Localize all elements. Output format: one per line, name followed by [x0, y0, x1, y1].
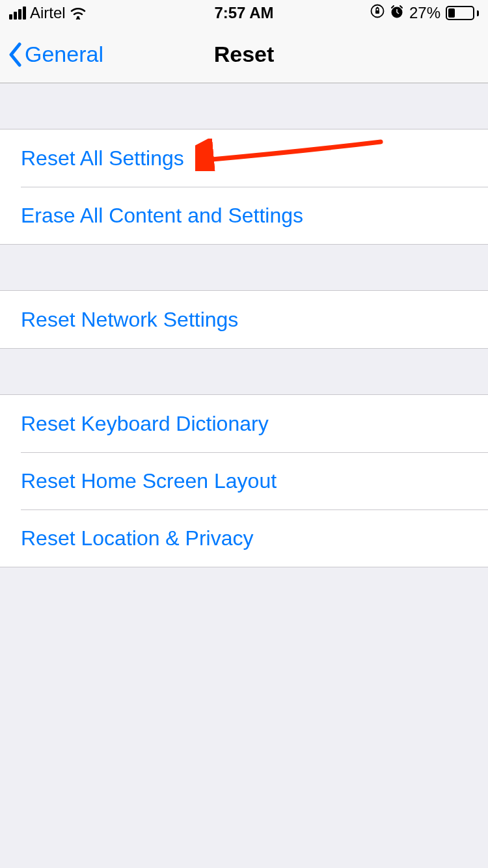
row-label: Reset Home Screen Layout — [21, 469, 277, 493]
reset-group-3: Reset Keyboard Dictionary Reset Home Scr… — [0, 394, 488, 567]
reset-keyboard-dictionary-row[interactable]: Reset Keyboard Dictionary — [0, 395, 488, 452]
reset-group-2: Reset Network Settings — [0, 290, 488, 349]
reset-all-settings-row[interactable]: Reset All Settings — [0, 129, 488, 187]
wifi-icon — [70, 7, 87, 20]
back-button[interactable]: General — [8, 42, 103, 67]
chevron-left-icon — [8, 42, 22, 67]
section-spacer — [0, 245, 488, 290]
reset-network-settings-row[interactable]: Reset Network Settings — [0, 291, 488, 348]
alarm-icon — [390, 5, 404, 22]
orientation-lock-icon — [370, 4, 385, 22]
svg-rect-2 — [375, 10, 379, 14]
status-bar: Airtel 7:57 AM 27 — [0, 0, 488, 26]
svg-line-6 — [392, 6, 394, 8]
section-spacer — [0, 83, 488, 129]
row-label: Reset Network Settings — [21, 308, 238, 332]
back-label: General — [25, 42, 103, 67]
section-spacer — [0, 349, 488, 394]
navigation-bar: General Reset — [0, 26, 488, 83]
erase-all-content-row[interactable]: Erase All Content and Settings — [0, 187, 488, 244]
battery-percent: 27% — [409, 4, 441, 22]
row-label: Reset Location & Privacy — [21, 526, 254, 550]
svg-point-0 — [76, 16, 79, 19]
cellular-signal-icon — [9, 7, 26, 20]
status-right: 27% — [370, 4, 479, 22]
row-label: Reset Keyboard Dictionary — [21, 412, 269, 436]
status-time: 7:57 AM — [214, 4, 273, 22]
row-label: Reset All Settings — [21, 146, 184, 170]
status-left: Airtel — [9, 4, 87, 22]
carrier-label: Airtel — [30, 4, 66, 22]
svg-line-7 — [400, 6, 402, 8]
page-title: Reset — [214, 42, 275, 67]
battery-icon — [446, 6, 479, 20]
reset-home-screen-layout-row[interactable]: Reset Home Screen Layout — [0, 452, 488, 509]
row-label: Erase All Content and Settings — [21, 204, 303, 228]
reset-location-privacy-row[interactable]: Reset Location & Privacy — [0, 509, 488, 567]
reset-group-1: Reset All Settings Erase All Content and… — [0, 129, 488, 245]
